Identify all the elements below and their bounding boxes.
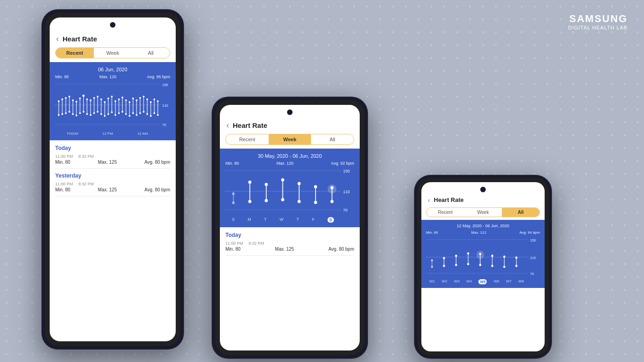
x-w8: W8 xyxy=(518,279,524,284)
tab-recent-2[interactable]: Recent xyxy=(226,134,269,144)
svg-point-115 xyxy=(314,185,317,189)
svg-text:110: 110 xyxy=(530,256,535,260)
phone-1-screen: ‹ Heart Rate Recent Week All 06 Jun, 202… xyxy=(50,17,176,341)
svg-point-22 xyxy=(75,101,77,103)
phone-3: ‹ Heart Rate Recent Week All 12 May, 202… xyxy=(414,175,552,359)
svg-point-112 xyxy=(298,182,301,185)
svg-point-44 xyxy=(100,113,102,115)
phone-1-times-1: 11:00 PM 8:32 PM xyxy=(55,154,170,159)
phone-1-section-yesterday: Yesterday xyxy=(55,172,170,179)
svg-point-151 xyxy=(515,265,518,267)
phone-1-min: Min. 95 xyxy=(55,75,69,79)
phone-1-time2a: 11:00 PM xyxy=(55,182,73,186)
svg-point-132 xyxy=(443,265,445,267)
phone-1-times-2: 11:00 PM 8:32 PM xyxy=(55,182,170,186)
phone-2-avg: Avg. 92 bpm xyxy=(331,161,354,166)
tab-all-1[interactable]: All xyxy=(132,48,170,58)
camera-notch-2 xyxy=(287,109,293,115)
x-label-12pm: 12 PM xyxy=(90,132,125,136)
svg-point-53 xyxy=(111,111,113,113)
svg-point-43 xyxy=(100,98,102,100)
x-w7: W7 xyxy=(506,279,512,284)
svg-text:110: 110 xyxy=(162,103,168,108)
svg-text:70: 70 xyxy=(162,123,167,127)
svg-point-109 xyxy=(281,178,284,182)
svg-point-119 xyxy=(330,186,334,190)
phone-1-header: ‹ Heart Rate xyxy=(50,29,176,47)
back-icon-2[interactable]: ‹ xyxy=(226,121,229,130)
svg-point-80 xyxy=(143,111,144,113)
svg-point-58 xyxy=(118,98,120,100)
phone-3-avg: Avg. 94 bpm xyxy=(519,230,540,235)
svg-point-103 xyxy=(248,181,252,184)
phone-2-chart-svg: 150 110 70 xyxy=(225,168,354,216)
phone-2-list: Today 11:00 PM 8:32 PM Min. 80 Max. 125 … xyxy=(220,227,360,264)
svg-point-71 xyxy=(132,112,134,114)
svg-point-55 xyxy=(115,100,116,102)
svg-point-134 xyxy=(455,255,457,257)
svg-point-135 xyxy=(455,264,457,266)
tab-week-2[interactable]: Week xyxy=(269,134,311,144)
svg-point-40 xyxy=(97,96,98,98)
svg-text:150: 150 xyxy=(530,238,535,242)
svg-point-138 xyxy=(467,263,469,265)
phone-2-time1: 11:00 PM xyxy=(225,241,243,246)
phone-1-today-avg: Avg. 80 bpm xyxy=(144,160,170,165)
svg-point-113 xyxy=(298,200,301,203)
x-w3: W3 xyxy=(454,279,460,284)
tab-week-3[interactable]: Week xyxy=(464,208,502,217)
svg-point-17 xyxy=(69,111,70,113)
svg-point-38 xyxy=(93,112,95,114)
x-t1: T xyxy=(264,217,267,223)
phone-1-today-max: Max. 125 xyxy=(98,160,117,165)
svg-point-11 xyxy=(61,113,63,115)
svg-point-46 xyxy=(104,101,106,103)
svg-point-19 xyxy=(72,99,74,101)
phone-2: ‹ Heart Rate Recent Week All 30 May, 202… xyxy=(212,97,368,359)
svg-point-32 xyxy=(86,113,88,115)
phone-1-time1a: 11:00 PM xyxy=(55,154,73,159)
svg-point-83 xyxy=(146,113,148,115)
back-icon-1[interactable]: ‹ xyxy=(56,34,59,44)
phone-3-shell: ‹ Heart Rate Recent Week All 12 May, 202… xyxy=(417,178,549,356)
svg-point-88 xyxy=(153,98,155,100)
tab-week-1[interactable]: Week xyxy=(94,48,132,58)
svg-point-61 xyxy=(121,97,123,98)
tab-all-3[interactable]: All xyxy=(502,208,540,217)
phone-2-screen: ‹ Heart Rate Recent Week All 30 May, 202… xyxy=(220,105,360,351)
phone-1-section-today: Today xyxy=(55,145,170,151)
svg-point-65 xyxy=(125,113,127,115)
phone-3-chart-svg: 150 110 70 xyxy=(426,237,540,278)
camera-notch-1 xyxy=(110,22,115,28)
phone-2-shell: ‹ Heart Rate Recent Week All 30 May, 202… xyxy=(215,100,364,355)
phone-3-header: ‹ Heart Rate xyxy=(421,190,545,207)
svg-point-147 xyxy=(503,256,506,258)
phone-2-chart: 30 May, 2020 - 06 Jun, 2020 Min. 80 Max.… xyxy=(220,149,360,227)
svg-point-110 xyxy=(281,198,284,201)
x-s1: S xyxy=(232,217,235,223)
x-w1: W1 xyxy=(429,279,435,284)
phone-3-min: Min. 80 xyxy=(426,230,438,235)
svg-point-13 xyxy=(65,97,67,99)
phone-2-min: Min. 80 xyxy=(225,161,239,166)
phone-1-chart-svg: 150 110 70 xyxy=(55,82,170,130)
phone-1-avg: Avg. 95 bpm xyxy=(147,75,170,79)
phone-1-yest-min: Min. 80 xyxy=(55,187,70,192)
back-icon-3[interactable]: ‹ xyxy=(428,196,430,204)
svg-point-145 xyxy=(491,265,494,267)
phone-2-date: 30 May, 2020 - 06 Jun, 2020 xyxy=(225,153,354,159)
phone-3-stats: Min. 80 Max. 112 Avg. 94 bpm xyxy=(426,230,540,235)
tab-all-2[interactable]: All xyxy=(311,134,354,144)
tab-recent-3[interactable]: Recent xyxy=(426,208,464,217)
svg-text:110: 110 xyxy=(343,190,350,194)
phone-1-stats: Min. 95 Max. 120 Avg. 95 bpm xyxy=(55,75,170,79)
x-w2: W2 xyxy=(442,279,447,284)
svg-point-137 xyxy=(467,253,469,255)
svg-point-73 xyxy=(136,99,138,101)
svg-point-85 xyxy=(150,101,152,103)
svg-point-7 xyxy=(58,100,60,102)
svg-point-89 xyxy=(153,112,155,114)
tab-recent-1[interactable]: Recent xyxy=(56,48,94,58)
svg-point-128 xyxy=(431,259,433,262)
x-s2-highlighted: S xyxy=(328,217,334,223)
